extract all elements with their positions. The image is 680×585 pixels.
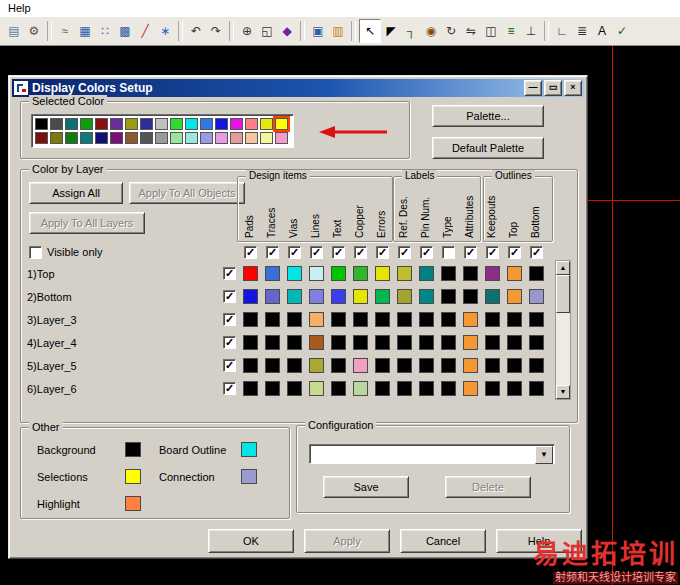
layer-color-swatch[interactable] <box>397 358 412 373</box>
layer-color-swatch[interactable] <box>243 335 258 350</box>
palette-color-swatch[interactable] <box>125 118 138 130</box>
draw-line-icon[interactable]: ╱ <box>135 20 155 42</box>
layer-color-swatch[interactable] <box>441 289 456 304</box>
layer-color-swatch[interactable] <box>309 289 324 304</box>
grid-icon[interactable]: ▦ <box>75 20 95 42</box>
palette-color-swatch[interactable] <box>200 132 213 144</box>
palette-color-swatch[interactable] <box>230 118 243 130</box>
layer-color-swatch[interactable] <box>309 312 324 327</box>
palette-color-swatch[interactable] <box>215 132 228 144</box>
layer-color-swatch[interactable] <box>463 335 478 350</box>
layer-color-swatch[interactable] <box>331 289 346 304</box>
palette-color-swatch[interactable] <box>155 118 168 130</box>
layer-color-swatch[interactable] <box>507 381 522 396</box>
route-trace-icon[interactable]: ┐ <box>401 20 421 42</box>
layer-color-swatch[interactable] <box>375 381 390 396</box>
layer-color-swatch[interactable] <box>309 358 324 373</box>
layer-color-swatch[interactable] <box>529 358 544 373</box>
background-color-swatch[interactable] <box>125 442 141 457</box>
layer-color-swatch[interactable] <box>507 312 522 327</box>
component-icon[interactable]: ◫ <box>481 20 501 42</box>
layer-color-swatch[interactable] <box>485 381 500 396</box>
layer-color-swatch[interactable] <box>419 312 434 327</box>
layer-color-swatch[interactable] <box>507 335 522 350</box>
palette-color-swatch[interactable] <box>95 118 108 130</box>
palette-color-swatch[interactable] <box>35 132 48 144</box>
layer-color-swatch[interactable] <box>287 266 302 281</box>
layer-color-swatch[interactable] <box>419 381 434 396</box>
scroll-down-icon[interactable]: ▼ <box>556 385 570 399</box>
layer-color-swatch[interactable] <box>463 358 478 373</box>
palette-color-swatch[interactable] <box>125 132 138 144</box>
palette-color-swatch[interactable] <box>110 132 123 144</box>
board-outline-color-swatch[interactable] <box>241 442 257 457</box>
close-button[interactable]: × <box>564 80 582 96</box>
zoom-icon[interactable]: ⊕ <box>237 20 257 42</box>
layer-color-swatch[interactable] <box>463 289 478 304</box>
layer-color-swatch[interactable] <box>375 289 390 304</box>
scroll-up-icon[interactable]: ▲ <box>556 261 570 275</box>
column-checkbox[interactable]: ✓ <box>464 246 477 259</box>
palette-button[interactable]: Palette... <box>432 105 544 127</box>
layer-color-swatch[interactable] <box>441 312 456 327</box>
column-checkbox[interactable]: ✓ <box>376 246 389 259</box>
column-checkbox[interactable]: ✓ <box>486 246 499 259</box>
column-checkbox[interactable]: ✓ <box>288 246 301 259</box>
palette-color-swatch[interactable] <box>260 118 273 130</box>
redo-icon[interactable]: ↷ <box>206 20 226 42</box>
dropdown-arrow-icon[interactable]: ▼ <box>535 446 553 464</box>
column-checkbox[interactable]: ✓ <box>398 246 411 259</box>
layer-color-swatch[interactable] <box>287 289 302 304</box>
layer-color-swatch[interactable] <box>529 381 544 396</box>
layer-color-swatch[interactable] <box>353 289 368 304</box>
layer-color-swatch[interactable] <box>375 266 390 281</box>
layer-color-swatch[interactable] <box>375 335 390 350</box>
layer-color-swatch[interactable] <box>375 312 390 327</box>
color-diamond-icon[interactable]: ◆ <box>277 20 297 42</box>
layer-color-swatch[interactable] <box>265 312 280 327</box>
palette-color-swatch[interactable] <box>230 132 243 144</box>
layer-color-swatch[interactable] <box>463 381 478 396</box>
layer-checkbox[interactable]: ✓ <box>223 382 236 395</box>
default-palette-button[interactable]: Default Palette <box>432 137 544 159</box>
palette-color-swatch[interactable] <box>50 118 63 130</box>
palette-color-swatch[interactable] <box>185 118 198 130</box>
layer-color-swatch[interactable] <box>419 289 434 304</box>
layer-color-swatch[interactable] <box>331 381 346 396</box>
layer-color-swatch[interactable] <box>397 312 412 327</box>
layer-color-swatch[interactable] <box>419 335 434 350</box>
layer-color-swatch[interactable] <box>353 358 368 373</box>
layer-color-swatch[interactable] <box>243 358 258 373</box>
layer-color-swatch[interactable] <box>243 381 258 396</box>
layer-color-swatch[interactable] <box>485 358 500 373</box>
column-checkbox[interactable]: ✓ <box>266 246 279 259</box>
layer-color-swatch[interactable] <box>287 381 302 396</box>
menu-help[interactable]: Help <box>6 2 33 14</box>
palette-color-swatch[interactable] <box>245 118 258 130</box>
layer-color-swatch[interactable] <box>463 266 478 281</box>
layer-color-swatch[interactable] <box>441 358 456 373</box>
minimize-button[interactable]: — <box>524 80 542 96</box>
layer-color-swatch[interactable] <box>463 312 478 327</box>
layer-color-swatch[interactable] <box>529 289 544 304</box>
column-checkbox[interactable]: ✓ <box>354 246 367 259</box>
layer-color-swatch[interactable] <box>265 358 280 373</box>
snowflake-icon[interactable]: ∗ <box>155 20 175 42</box>
flip-icon[interactable]: ⇋ <box>461 20 481 42</box>
palette-color-swatch[interactable] <box>140 118 153 130</box>
palette-color-swatch[interactable] <box>155 132 168 144</box>
layer-color-swatch[interactable] <box>353 266 368 281</box>
selected-color-swatch[interactable] <box>275 118 288 130</box>
highlight-color-swatch[interactable] <box>125 496 141 511</box>
layer-color-swatch[interactable] <box>309 381 324 396</box>
layer-color-swatch[interactable] <box>485 289 500 304</box>
palette-color-swatch[interactable] <box>275 132 288 144</box>
layer-color-swatch[interactable] <box>243 289 258 304</box>
delete-button[interactable]: Delete <box>445 476 531 498</box>
align-icon[interactable]: ≣ <box>572 20 592 42</box>
palette-color-swatch[interactable] <box>260 132 273 144</box>
layer-color-swatch[interactable] <box>485 312 500 327</box>
layer-color-swatch[interactable] <box>485 266 500 281</box>
layer-color-swatch[interactable] <box>331 358 346 373</box>
layer-color-swatch[interactable] <box>243 312 258 327</box>
